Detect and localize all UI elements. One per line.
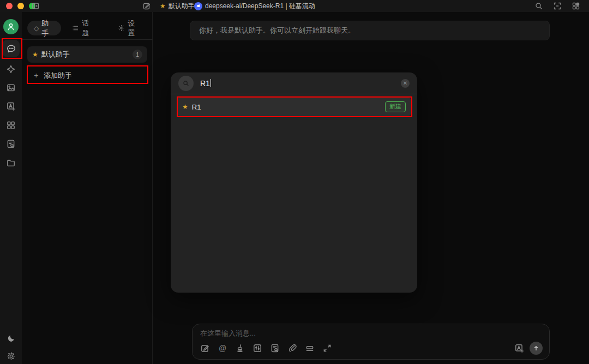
sidebar-item-files[interactable] [3,155,19,171]
model-search-popup: R1 ✕ ★ R1 新建 [171,72,417,293]
new-topic-icon[interactable] [200,343,210,353]
model-search-bar: R1 ✕ [171,72,417,94]
panel-divider [22,39,153,40]
tab-topics[interactable]: 话题 [65,21,101,35]
result-label: R1 [192,103,201,111]
composer-right-actions [514,342,543,355]
star-icon: ★ [160,3,166,9]
popup-divider [171,94,417,94]
star-icon: ★ [32,51,38,58]
composer-toolbar: @ [200,342,543,355]
mention-model-icon[interactable]: @ [218,343,227,353]
clear-messages-broom-icon[interactable] [235,343,245,353]
deepseek-logo-icon [194,2,202,10]
search-query-text: R1 [200,79,210,88]
assistant-greeting-message: 你好，我是默认助手。你可以立刻开始跟我聊天。 [190,21,550,40]
list-icon [72,25,79,32]
panel-tabs: ◇ 助手 话题 设置 [27,21,147,35]
add-assistant-button[interactable]: ＋ 添加助手 [27,67,148,84]
knowledge-base-icon[interactable] [270,343,280,353]
message-input[interactable] [200,329,538,341]
search-icon[interactable] [534,2,543,10]
assistants-panel: ◇ 助手 话题 设置 ★ 默认助手 1 ＋ 添加助手 [22,12,153,364]
gear-icon [118,25,125,32]
app-window: ★ 默认助手 deepseek-ai/DeepSeek-R1 | 硅基流动 [0,0,589,364]
user-avatar[interactable] [3,19,19,34]
titlebar-model-button[interactable]: deepseek-ai/DeepSeek-R1 | 硅基流动 [194,0,315,12]
topic-count-badge: 1 [133,50,142,59]
assistant-item-label: 默认助手 [41,50,70,59]
sidebar-item-minapps[interactable] [3,117,19,134]
new-topic-icon[interactable] [142,2,151,10]
focus-mode-icon[interactable] [553,2,562,10]
tab-settings[interactable]: 设置 [111,21,147,35]
sidebar-item-translate-sparkle[interactable] [3,61,19,77]
sidebar-item-agents[interactable] [3,98,19,114]
sidebar-item-image-generation[interactable] [3,80,19,96]
model-search-input[interactable]: R1 [200,79,211,88]
sidebar-item-knowledge[interactable] [3,136,19,152]
settings-sliders-icon[interactable] [253,343,262,353]
tab-topics-label: 话题 [82,19,95,38]
titlebar: ★ 默认助手 deepseek-ai/DeepSeek-R1 | 硅基流动 [0,0,589,12]
add-assistant-label: 添加助手 [44,71,72,81]
translate-icon[interactable] [514,343,524,353]
search-icon [178,76,194,91]
settings-gear-icon[interactable] [3,348,19,364]
clear-search-icon[interactable]: ✕ [401,79,410,88]
minimize-window-button[interactable] [17,3,24,9]
assistant-list-item-default[interactable]: ★ 默认助手 1 [27,46,147,63]
sidebar-item-chat[interactable] [2,40,20,57]
sidebar [0,12,22,364]
send-message-button[interactable] [530,342,543,355]
new-badge: 新建 [385,101,406,112]
chat-main-area: 你好，我是默认助手。你可以立刻开始跟我聊天。 R1 ✕ ★ R1 新建 [153,12,589,364]
plus-icon: ＋ [32,71,40,81]
sparkle-icon: ◇ [34,25,39,32]
text-cursor [211,79,211,87]
expand-input-icon[interactable] [322,343,332,353]
close-window-button[interactable] [6,3,13,9]
tab-settings-label: 设置 [128,19,141,38]
clear-context-icon[interactable] [305,343,315,353]
titlebar-assistant-label: 默认助手 [169,2,195,11]
tab-assistants[interactable]: ◇ 助手 [27,21,61,35]
star-icon: ★ [182,104,188,110]
titlebar-model-label: deepseek-ai/DeepSeek-R1 | 硅基流动 [205,2,315,11]
message-composer: @ [192,324,550,360]
collapse-sidebar-icon[interactable] [31,2,40,10]
attachment-paperclip-icon[interactable] [287,343,297,353]
titlebar-assistant-button[interactable]: ★ 默认助手 [160,0,195,12]
minapps-grid-icon[interactable] [572,2,580,10]
dark-mode-moon-icon[interactable] [3,330,19,346]
model-search-result-r1[interactable]: ★ R1 新建 [177,98,411,116]
tab-assistants-label: 助手 [41,19,55,38]
